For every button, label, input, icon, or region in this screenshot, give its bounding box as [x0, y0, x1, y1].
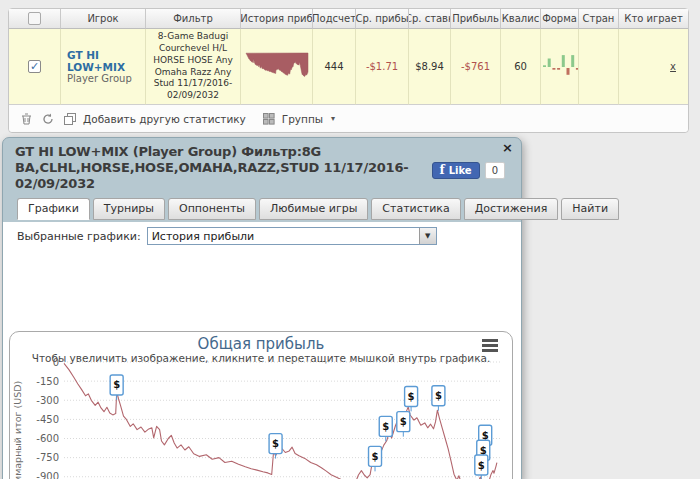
facebook-like-label: Like [449, 165, 472, 176]
svg-text:$: $ [480, 445, 487, 456]
row-checkbox[interactable]: ✓ [28, 60, 41, 73]
svg-text:$: $ [478, 460, 485, 471]
svg-text:$: $ [113, 379, 120, 390]
form-cell [541, 29, 579, 105]
profit-line-chart[interactable]: 0-150-300-450-600-750-900-1,050-1.2K0100… [10, 332, 512, 479]
svg-text:0: 0 [53, 357, 59, 368]
avg-stake-cell: $8.94 [409, 29, 451, 105]
header-select-all[interactable] [9, 9, 61, 29]
svg-text:-150: -150 [36, 376, 59, 387]
column-header-3[interactable]: Подсчет [313, 9, 356, 29]
popup-title-line1: GT HI LOW+MIX (Player Group) Фильтр:8G [15, 144, 481, 160]
popup-tabs-row1: ГрафикиТурнирыОппонентыЛюбимые игрыСтати… [17, 198, 521, 220]
groups-icon[interactable] [262, 112, 276, 126]
svg-text:$: $ [372, 451, 379, 462]
tab-Турниры[interactable]: Турниры [93, 198, 165, 220]
svg-text:$: $ [482, 430, 489, 441]
filter-cell: 8-Game Badugi Courchevel H/L HORSE HOSE … [146, 29, 241, 105]
chart-selector-row: Выбранные графики: История прибыли ▼ [17, 227, 521, 245]
popup-close-icon[interactable]: × [502, 141, 513, 154]
facebook-like-count: 0 [485, 162, 505, 179]
refresh-icon[interactable] [41, 112, 55, 126]
svg-text:$: $ [435, 390, 442, 401]
player-group-label: Player Group [67, 73, 132, 84]
column-header-4[interactable]: Ср. прибы [356, 9, 409, 29]
groups-button[interactable]: Группы [282, 113, 323, 125]
svg-text:$: $ [400, 416, 407, 427]
popup-title-line2: BA,CLHL,HORSE,HOSE,OMAHA,RAZZ,STUD 11/17… [15, 160, 481, 192]
column-header-0[interactable]: Игрок [61, 9, 146, 29]
column-header-1[interactable]: Фильтр [146, 9, 241, 29]
add-statistic-icon[interactable] [63, 112, 77, 126]
player-report-popup: × GT HI LOW+MIX (Player Group) Фильтр:8G… [2, 137, 522, 479]
avg-profit-cell: -$1.71 [356, 29, 409, 105]
tab-Статистика[interactable]: Статистика [371, 198, 460, 220]
select-all-checkbox[interactable] [28, 12, 41, 25]
tab-Оппоненты[interactable]: Оппоненты [168, 198, 256, 220]
player-name[interactable]: GT HI LOW+MIX [67, 49, 145, 73]
column-header-10[interactable]: Кто играет [619, 9, 688, 29]
count-cell: 444 [313, 29, 356, 105]
country-cell [579, 29, 619, 105]
svg-text:$: $ [272, 438, 279, 449]
column-header-2[interactable]: История приб [241, 9, 313, 29]
qualified-cell: 60 [501, 29, 541, 105]
column-header-7[interactable]: Квалис [501, 9, 541, 29]
svg-text:-450: -450 [36, 414, 59, 425]
chart-select-value: История прибыли [148, 230, 419, 243]
svg-text:Суммарный итог (USD): Суммарный итог (USD) [12, 381, 23, 479]
svg-text:-300: -300 [36, 395, 59, 406]
chart-selector-label: Выбранные графики: [17, 230, 141, 243]
row-checkbox-cell[interactable]: ✓ [9, 29, 61, 105]
column-header-5[interactable]: Ср. ставк [409, 9, 451, 29]
groups-caret-icon[interactable]: ▾ [331, 114, 335, 123]
delete-icon[interactable] [19, 112, 33, 126]
svg-text:-900: -900 [36, 471, 59, 479]
tab-Графики[interactable]: Графики [17, 198, 90, 220]
facebook-like-button[interactable]: f Like [432, 162, 479, 179]
svg-text:-750: -750 [36, 452, 59, 463]
popup-content: Выбранные графики: История прибыли ▼ Общ… [3, 222, 521, 479]
column-header-6[interactable]: Прибыль [451, 9, 501, 29]
stats-table-header: ИгрокФильтрИстория прибПодсчетСр. прибыС… [9, 9, 688, 29]
form-mini-bars [541, 53, 578, 81]
profit-history-sparkline-cell [241, 29, 313, 105]
player-cell[interactable]: GT HI LOW+MIX Player Group [61, 29, 146, 105]
chart-select[interactable]: История прибыли ▼ [147, 227, 437, 245]
table-toolbar: Добавить другую статистику Группы ▾ [9, 105, 688, 132]
tab-Найти[interactable]: Найти [561, 198, 619, 220]
profit-sparkline [244, 51, 310, 83]
who-plays-link[interactable]: x [670, 61, 676, 72]
svg-text:$: $ [408, 391, 415, 402]
stats-table: ИгрокФильтрИстория прибПодсчетСр. прибыС… [8, 8, 689, 133]
tab-Достижения[interactable]: Достижения [464, 198, 559, 220]
who-plays-cell: x [619, 29, 688, 105]
profit-chart-panel[interactable]: Общая прибыль Чтобы увеличить изображени… [9, 331, 513, 479]
svg-text:$: $ [382, 421, 389, 432]
facebook-icon: f [439, 163, 444, 177]
column-header-8[interactable]: Форма [541, 9, 579, 29]
profit-cell: -$761 [451, 29, 501, 105]
chevron-down-icon[interactable]: ▼ [419, 228, 436, 244]
add-statistic-button[interactable]: Добавить другую статистику [83, 113, 246, 125]
table-row[interactable]: ✓ GT HI LOW+MIX Player Group 8-Game Badu… [9, 29, 688, 105]
tab-Любимые игры[interactable]: Любимые игры [259, 198, 368, 220]
column-header-9[interactable]: Стран [579, 9, 619, 29]
svg-text:-600: -600 [36, 433, 59, 444]
facebook-like-widget: f Like 0 [432, 162, 505, 179]
